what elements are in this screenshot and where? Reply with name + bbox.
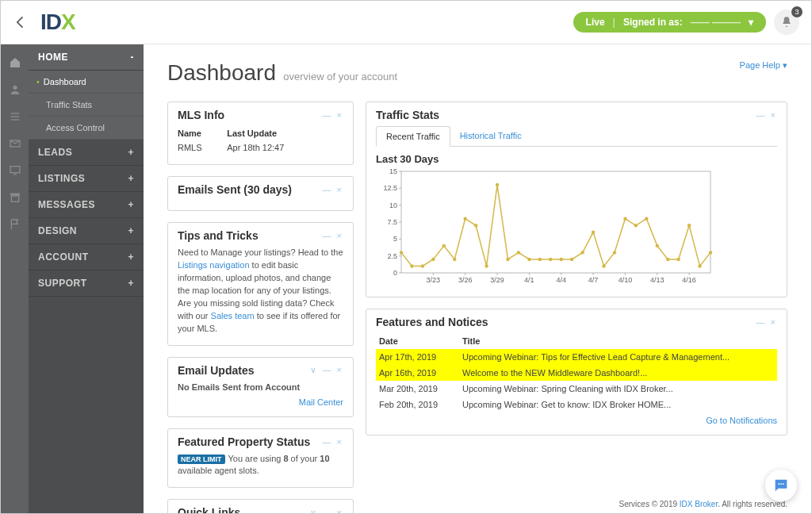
user-icon[interactable] xyxy=(9,83,21,96)
archive-icon[interactable] xyxy=(9,191,21,204)
svg-point-42 xyxy=(400,251,403,254)
svg-point-70 xyxy=(698,264,701,267)
svg-point-66 xyxy=(656,244,659,247)
chart-title: Last 30 Days xyxy=(376,153,777,165)
svg-rect-3 xyxy=(10,119,19,120)
panel-featured: Featured Property Status— × NEAR LIMITYo… xyxy=(167,428,354,489)
svg-rect-6 xyxy=(13,174,17,175)
svg-text:7.5: 7.5 xyxy=(387,218,397,226)
monitor-icon[interactable] xyxy=(9,164,21,177)
caret-down-icon: ▾ xyxy=(749,17,753,28)
notice-row[interactable]: Mar 20th, 2019Upcoming Webinar: Spring C… xyxy=(376,381,777,397)
notifications-button[interactable]: 3 xyxy=(774,10,799,35)
svg-text:4/4: 4/4 xyxy=(556,276,566,284)
panel-controls[interactable]: — × xyxy=(323,231,343,240)
go-to-notifications-link[interactable]: Go to Notifications xyxy=(376,416,777,425)
list-icon[interactable] xyxy=(9,110,21,123)
panel-controls[interactable]: ∨ — × xyxy=(310,365,343,375)
svg-text:4/1: 4/1 xyxy=(524,276,534,284)
near-limit-badge: NEAR LIMIT xyxy=(178,455,225,464)
panel-title: MLS Info xyxy=(178,109,224,121)
icon-rail xyxy=(1,44,29,513)
signed-in-label: Signed in as: xyxy=(623,17,683,28)
svg-point-74 xyxy=(783,483,784,485)
sidebar-group-listings[interactable]: LISTINGS+ xyxy=(29,166,144,192)
sidebar-group-messages[interactable]: MESSAGES+ xyxy=(29,192,144,218)
back-arrow-icon[interactable] xyxy=(13,14,29,30)
caret-down-icon: ▾ xyxy=(783,60,787,70)
svg-text:4/13: 4/13 xyxy=(650,276,665,284)
sidebar-group-support[interactable]: SUPPORT+ xyxy=(29,270,144,297)
account-status-pill[interactable]: Live | Signed in as: —— ——— ▾ xyxy=(573,12,766,33)
svg-point-47 xyxy=(453,258,456,261)
svg-point-53 xyxy=(517,251,520,254)
svg-point-58 xyxy=(570,258,573,261)
svg-point-45 xyxy=(431,258,435,261)
sidebar-group-home[interactable]: HOME- xyxy=(29,44,144,71)
flag-icon[interactable] xyxy=(9,218,21,231)
svg-rect-7 xyxy=(10,194,20,196)
svg-text:0: 0 xyxy=(393,269,397,277)
svg-point-52 xyxy=(506,258,509,261)
chat-icon xyxy=(772,477,790,494)
svg-point-73 xyxy=(780,483,782,485)
svg-text:15: 15 xyxy=(389,168,397,175)
svg-rect-9 xyxy=(401,171,710,273)
user-display: —— ——— xyxy=(691,17,741,28)
panel-controls[interactable]: — × xyxy=(756,317,777,327)
panel-controls[interactable]: — × xyxy=(323,185,343,194)
tips-body: Need to Manage your listings? Head to th… xyxy=(178,247,343,336)
panel-controls[interactable]: — × xyxy=(323,437,343,447)
panel-controls[interactable]: ∨ — × xyxy=(310,508,343,513)
idx-broker-link[interactable]: IDX Broker xyxy=(680,500,718,508)
sidebar-item-traffic-stats[interactable]: Traffic Stats xyxy=(29,94,144,117)
page-help-link[interactable]: Page Help ▾ xyxy=(740,60,787,71)
notice-row[interactable]: Feb 20th, 2019Upcoming Webinar: Get to k… xyxy=(376,397,777,412)
svg-point-67 xyxy=(666,258,669,261)
tab-historical-traffic[interactable]: Historical Traffic xyxy=(450,126,531,146)
panel-controls[interactable]: — × xyxy=(323,110,343,120)
sales-team-link[interactable]: Sales team xyxy=(211,311,255,320)
svg-text:4/7: 4/7 xyxy=(588,276,599,284)
notif-badge: 3 xyxy=(791,6,802,17)
svg-text:4/16: 4/16 xyxy=(682,276,696,284)
mail-icon[interactable] xyxy=(9,137,21,150)
sidebar-item-access-control[interactable]: Access Control xyxy=(29,117,144,140)
sidebar-group-account[interactable]: ACCOUNT+ xyxy=(29,244,144,270)
svg-text:5: 5 xyxy=(393,235,397,243)
traffic-chart: 02.557.51012.5153/233/263/294/14/44/74/1… xyxy=(376,168,717,287)
svg-text:3/26: 3/26 xyxy=(458,276,473,284)
svg-point-0 xyxy=(13,86,17,90)
svg-point-62 xyxy=(613,251,616,254)
svg-text:3/23: 3/23 xyxy=(427,276,441,284)
sidebar-group-leads[interactable]: LEADS+ xyxy=(29,140,144,166)
notice-row[interactable]: Apr 16th, 2019Welcome to the NEW Middlew… xyxy=(376,365,777,381)
notice-row[interactable]: Apr 17th, 2019Upcoming Webinar: Tips for… xyxy=(376,349,777,365)
svg-point-60 xyxy=(592,231,595,234)
svg-point-64 xyxy=(634,224,638,227)
listings-nav-link[interactable]: Listings navigation xyxy=(178,260,250,270)
svg-point-57 xyxy=(560,258,563,261)
svg-text:3/29: 3/29 xyxy=(490,276,504,284)
panel-mls-info: MLS Info— × NameLast Update RMLSApr 18th… xyxy=(167,102,354,165)
svg-text:2.5: 2.5 xyxy=(387,252,397,260)
svg-point-71 xyxy=(709,251,712,254)
svg-text:12.5: 12.5 xyxy=(383,184,397,192)
svg-point-63 xyxy=(623,217,626,221)
svg-point-43 xyxy=(410,264,413,267)
svg-point-44 xyxy=(421,264,424,267)
sidebar-item-dashboard[interactable]: Dashboard xyxy=(29,71,144,94)
panel-traffic-stats: Traffic Stats— × Recent Traffic Historic… xyxy=(366,102,787,297)
mail-center-link[interactable]: Mail Center xyxy=(178,397,343,407)
panel-controls[interactable]: — × xyxy=(756,110,777,120)
home-icon[interactable] xyxy=(9,56,21,69)
svg-point-54 xyxy=(527,258,530,261)
sidebar-group-design[interactable]: DESIGN+ xyxy=(29,218,144,244)
chat-fab[interactable] xyxy=(765,470,797,501)
tab-recent-traffic[interactable]: Recent Traffic xyxy=(376,126,450,147)
logo: IDX xyxy=(40,10,75,35)
svg-point-72 xyxy=(778,483,779,485)
page-title: Dashboard xyxy=(167,60,276,85)
svg-point-65 xyxy=(645,217,648,221)
bell-icon xyxy=(780,16,793,29)
